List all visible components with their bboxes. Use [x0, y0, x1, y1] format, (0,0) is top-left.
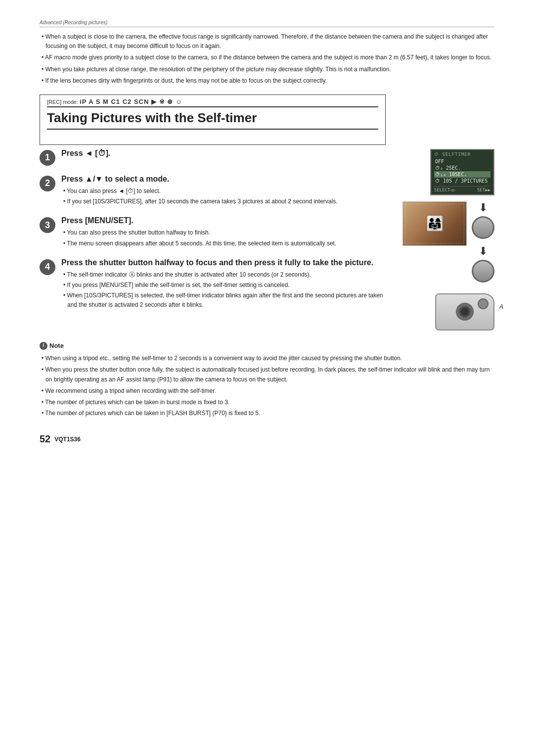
step-4-bullet-3: When [10S/3PICTURES] is selected, the se…: [61, 291, 386, 310]
intro-bullet-3: When you take pictures at close range, t…: [40, 65, 494, 74]
step-2-row: 2 Press ▲/▼ to select a mode. You can al…: [40, 175, 386, 207]
section-header: Advanced (Recording pictures): [40, 20, 494, 27]
note-bullet-2: When you press the shutter button once f…: [40, 365, 494, 385]
step4-images: 👨‍👩‍👧 ⬇ ⬇: [402, 201, 494, 283]
steps-column: 1 Press ◄ [⏱]. 2 Press ▲/▼ to select a m…: [40, 149, 386, 331]
note-bullet-4: The number of pictures which can be take…: [40, 398, 494, 408]
lcd-row-3pics: ⏱ 10S / 3PICTURES: [434, 178, 490, 184]
intro-bullet-4: If the lens becomes dirty with fingerpri…: [40, 76, 494, 86]
step-3-row: 3 Press [MENU/SET]. You can also press t…: [40, 216, 386, 249]
lcd-row-10sec: ⏱₁₀ 10SEC.: [434, 171, 490, 178]
camera-lens-icon: [456, 303, 474, 321]
camera-body-area: A: [435, 293, 494, 331]
note-bullet-5: The number of pictures which can be take…: [40, 409, 494, 419]
lcd-selftimer-screen: ⏱ SELFTIMER OFF ⏱₂ 2SEC. ⏱₁₀ 10SEC. ⏱ 10…: [430, 149, 494, 195]
section-title: Taking Pictures with the Self-timer: [47, 106, 378, 130]
page-footer: 52 VQT1S36: [40, 433, 494, 445]
camera-label-a: A: [499, 303, 503, 310]
step-2-number: 2: [40, 176, 55, 191]
steps-area: 1 Press ◄ [⏱]. 2 Press ▲/▼ to select a m…: [40, 149, 494, 331]
step-2-bullets: You can also press ◄ [⏱] to select. If y…: [61, 187, 386, 206]
shutter-button-full-icon: [472, 260, 494, 283]
step-4-content: Press the shutter button halfway to focu…: [61, 258, 386, 311]
rec-mode-wrapper: [REC] mode: iP A S M C1 C2 SCN ▶ ※ ⊕ ☺ T…: [40, 94, 494, 148]
step-2-bullet-1: You can also press ◄ [⏱] to select.: [61, 187, 386, 196]
lcd-footer: SELECT◁▷ SET▶▶: [434, 186, 490, 192]
step-4-bullet-2: If you press [MENU/SET] while the self-t…: [61, 281, 386, 290]
rec-mode-label: [REC] mode:: [47, 99, 78, 105]
note-icon: i: [40, 342, 47, 350]
step-1-row: 1 Press ◄ [⏱].: [40, 149, 386, 166]
step-4-main: Press the shutter button halfway to focu…: [61, 258, 386, 267]
intro-bullets: When a subject is close to the camera, t…: [40, 32, 494, 86]
full-press-arrow-icon: ⬇: [479, 245, 488, 258]
half-press-arrow-icon: ⬇: [479, 201, 488, 214]
step-4-bullet-1: The self-timer indicator Ⓐ blinks and th…: [61, 270, 386, 280]
rec-mode-line: [REC] mode: iP A S M C1 C2 SCN ▶ ※ ⊕ ☺: [47, 98, 378, 105]
step-3-content: Press [MENU/SET]. You can also press the…: [61, 216, 386, 249]
step-2-bullet-2: If you set [10S/3PICTURES], after 10 sec…: [61, 197, 386, 206]
rec-mode-icons: iP A S M C1 C2 SCN ▶ ※ ⊕ ☺: [80, 98, 182, 105]
shutter-buttons: ⬇ ⬇: [472, 201, 494, 283]
intro-bullet-1: When a subject is close to the camera, t…: [40, 32, 494, 51]
lcd-footer-right: SET▶▶: [477, 188, 490, 192]
step-1-number: 1: [40, 150, 55, 166]
rec-mode-box: [REC] mode: iP A S M C1 C2 SCN ▶ ※ ⊕ ☺ T…: [40, 94, 386, 145]
doc-code: VQT1S36: [54, 436, 81, 443]
lcd-row-off: OFF: [434, 158, 490, 165]
step-2-content: Press ▲/▼ to select a mode. You can also…: [61, 175, 386, 207]
step-3-bullet-2: The menu screen disappears after about 5…: [61, 239, 386, 248]
images-column: ⏱ SELFTIMER OFF ⏱₂ 2SEC. ⏱₁₀ 10SEC. ⏱ 10…: [396, 149, 494, 331]
step-4-bullets: The self-timer indicator Ⓐ blinks and th…: [61, 270, 386, 310]
camera-body-icon: [435, 293, 494, 331]
shutter-button-icon: [472, 216, 494, 239]
lcd-row-2sec: ⏱₂ 2SEC.: [434, 165, 490, 171]
step-4-number: 4: [40, 259, 55, 275]
note-section: i Note When using a tripod etc., setting…: [40, 340, 494, 419]
photo-people-icon: 👨‍👩‍👧: [426, 215, 444, 232]
intro-bullet-2: AF macro mode gives priority to a subjec…: [40, 53, 494, 62]
lcd-title: ⏱ SELFTIMER: [434, 152, 490, 157]
step-2-main: Press ▲/▼ to select a mode.: [61, 175, 386, 184]
note-header: i Note: [40, 340, 494, 351]
step-3-main: Press [MENU/SET].: [61, 216, 386, 225]
note-bullet-3: We recommend using a tripod when recordi…: [40, 386, 494, 396]
lcd-footer-left: SELECT◁▷: [434, 188, 455, 192]
camera-photo: 👨‍👩‍👧: [402, 201, 467, 246]
step-3-number: 3: [40, 217, 55, 233]
step-3-bullets: You can also press the shutter button ha…: [61, 228, 386, 248]
step-1-content: Press ◄ [⏱].: [61, 149, 386, 161]
step-4-row: 4 Press the shutter button halfway to fo…: [40, 258, 386, 311]
note-label: Note: [49, 340, 64, 351]
note-bullet-1: When using a tripod etc., setting the se…: [40, 354, 494, 364]
step-3-bullet-1: You can also press the shutter button ha…: [61, 228, 386, 237]
note-bullets: When using a tripod etc., setting the se…: [40, 354, 494, 419]
page-number: 52: [40, 433, 50, 445]
step-1-main: Press ◄ [⏱].: [61, 149, 386, 158]
